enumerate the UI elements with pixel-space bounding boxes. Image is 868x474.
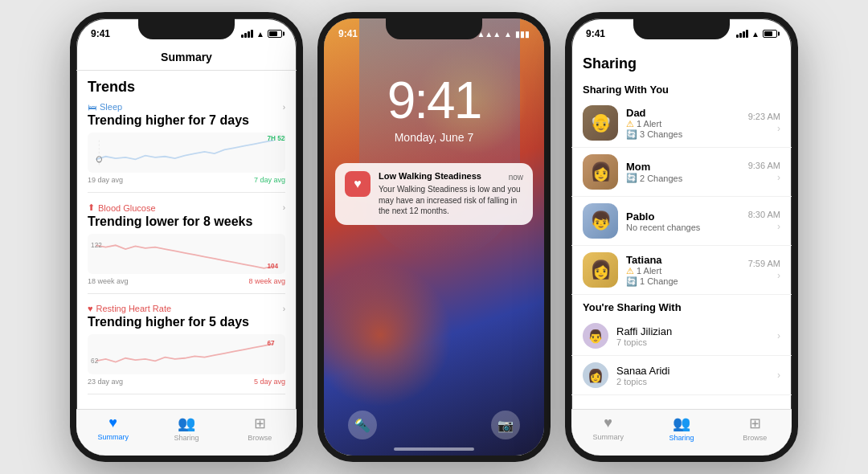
tab-bar-1: ♥ Summary 👥 Sharing ⊞ Browse [76, 409, 297, 456]
contact-status-tatiana-alert: ⚠ 1 Alert [626, 266, 740, 276]
notification-icon: ♥ [345, 171, 371, 197]
pablo-chevron: › [777, 221, 780, 232]
wifi-icon-3: ▲ [751, 30, 760, 39]
blood-trend-title: Trending lower for 8 weeks [88, 215, 285, 229]
sleep-trend-title: Trending higher for 7 days [88, 113, 285, 128]
tab-browse-label: Browse [248, 434, 272, 442]
contact-status-tatiana-changes: 🔄 1 Change [626, 276, 740, 287]
lock-notification[interactable]: ♥ Low Walking Steadiness now Your Walkin… [335, 163, 533, 225]
notch-2 [386, 18, 482, 39]
trends-heading: Trends [88, 79, 285, 96]
camera-icon: 📷 [497, 418, 514, 433]
camera-button[interactable]: 📷 [491, 411, 520, 439]
mom-chevron: › [777, 172, 780, 183]
tab-browse-3[interactable]: ⊞ Browse [719, 415, 792, 442]
heart-icon: ♥ [88, 304, 93, 313]
avatar-dad: 👴 [583, 105, 618, 141]
phone-sharing: 9:41 ▲ Sharing Sharing With You 👴 Dad [565, 12, 798, 462]
avatar-pablo: 👦 [583, 203, 618, 239]
tab-sharing[interactable]: 👥 Sharing [149, 415, 223, 442]
battery-icon-3 [763, 30, 777, 38]
mom-time: 9:36 AM [748, 161, 780, 170]
raffi-topics: 7 topics [616, 337, 769, 347]
notch [138, 18, 235, 39]
changes-icon-tatiana: 🔄 [626, 276, 637, 287]
svg-text:67: 67 [267, 339, 274, 348]
sleep-icon: 🛏 [88, 102, 96, 112]
svg-text:104: 104 [267, 261, 278, 270]
notification-title: Low Walking Steadiness [379, 171, 481, 181]
flashlight-button[interactable]: 🔦 [348, 411, 377, 439]
notification-content: Low Walking Steadiness now Your Walking … [379, 171, 523, 217]
contact-row-dad[interactable]: 👴 Dad ⚠ 1 Alert 🔄 3 Changes 9:23 AM › [571, 99, 792, 148]
contact-info-dad: Dad ⚠ 1 Alert 🔄 3 Changes [626, 107, 740, 140]
tab-sharing-3[interactable]: 👥 Sharing [645, 415, 718, 442]
tab-summary-3[interactable]: ♥ Summary [571, 415, 645, 441]
contact-meta-mom: 9:36 AM › [748, 161, 780, 183]
contact-info-tatiana: Tatiana ⚠ 1 Alert 🔄 1 Change [626, 254, 740, 287]
contact-row-raffi[interactable]: 👨 Raffi Jilizian 7 topics › [571, 317, 792, 356]
battery-icon [268, 30, 282, 38]
blood-sparkline: 122 104 [88, 234, 285, 274]
lock-screen: 9:41 ▲▲▲ ▲ ▮▮▮ 9:41 Monday, June 7 ♥ Low… [324, 18, 544, 456]
contact-meta-tatiana: 7:59 AM › [748, 259, 780, 281]
avatar-raffi: 👨 [583, 323, 608, 349]
lock-status-time: 9:41 [338, 28, 358, 39]
heart-trend-title: Trending higher for 5 days [88, 315, 285, 329]
heart-right-label: 5 day avg [254, 378, 285, 386]
sleep-chart-labels: 19 day avg 7 day avg [88, 176, 285, 184]
tatiana-changes-text: 1 Change [640, 276, 678, 286]
tab-summary[interactable]: ♥ Summary [76, 415, 149, 441]
sharing-tab-icon: 👥 [178, 415, 195, 432]
dad-time: 9:23 AM [748, 112, 780, 121]
contact-row-tatiana[interactable]: 👩 Tatiana ⚠ 1 Alert 🔄 1 Change 7:59 AM › [571, 246, 792, 295]
heart-chevron: › [283, 304, 285, 313]
wifi-icon: ▲ [256, 30, 264, 39]
trend-category-heart[interactable]: ♥ Resting Heart Rate › [88, 304, 285, 313]
flashlight-icon: 🔦 [354, 418, 371, 433]
sleep-chevron: › [283, 103, 285, 112]
tab-browse[interactable]: ⊞ Browse [223, 415, 297, 442]
trend-card-heart: ♥ Resting Heart Rate › Trending higher f… [88, 304, 285, 394]
summary-content: Summary Trends 🛏 Sleep › Trending higher… [76, 46, 297, 456]
lock-bottom-controls: 🔦 📷 [324, 411, 544, 439]
dad-chevron: › [777, 123, 780, 134]
blood-icon: ⬆ [88, 202, 95, 213]
home-indicator [394, 447, 474, 451]
blood-right-label: 8 week avg [248, 277, 285, 285]
dad-changes-text: 3 Changes [640, 129, 682, 139]
blood-chart-labels: 18 week avg 8 week avg [88, 277, 285, 285]
tab-sharing-label-3: Sharing [669, 434, 694, 442]
status-icons-3: ▲ [736, 30, 777, 39]
contact-row-pablo[interactable]: 👦 Pablo No recent changes 8:30 AM › [571, 197, 792, 246]
contact-meta-pablo: 8:30 AM › [748, 210, 780, 232]
tab-sharing-label: Sharing [174, 434, 199, 442]
status-time-3: 9:41 [586, 28, 605, 39]
sanaa-info: Sanaa Aridi 2 topics [616, 365, 769, 386]
lock-status-icons: ▲▲▲ ▲ ▮▮▮ [477, 30, 530, 39]
notification-heart-icon: ♥ [354, 177, 362, 191]
contact-name-tatiana: Tatiana [626, 254, 740, 266]
tatiana-alert-text: 1 Alert [637, 266, 661, 276]
svg-text:62: 62 [91, 356, 98, 365]
raffi-info: Raffi Jilizian 7 topics [616, 325, 769, 347]
summary-tab-icon-3: ♥ [604, 415, 612, 431]
blood-chevron: › [283, 203, 285, 212]
tatiana-chevron: › [777, 270, 780, 281]
contact-row-mom[interactable]: 👩 Mom 🔄 2 Changes 9:36 AM › [571, 148, 792, 197]
contact-row-sanaa[interactable]: 👩 Sanaa Aridi 2 topics › [571, 356, 792, 395]
changes-icon-dad: 🔄 [626, 129, 637, 140]
sleep-chart: 7H 52M [88, 133, 285, 173]
pablo-status-text: No recent changes [626, 223, 700, 232]
phone-lockscreen: 9:41 ▲▲▲ ▲ ▮▮▮ 9:41 Monday, June 7 ♥ Low… [317, 12, 551, 462]
dad-alert-text: 1 Alert [637, 119, 661, 129]
screen-title: Summary [76, 46, 297, 71]
status-time: 9:41 [91, 28, 110, 39]
contact-status-dad-changes: 🔄 3 Changes [626, 129, 740, 140]
trend-category-blood[interactable]: ⬆ Blood Glucose › [88, 202, 285, 213]
trend-category-sleep[interactable]: 🛏 Sleep › [88, 102, 285, 112]
sharing-page-title: Sharing [571, 46, 792, 77]
contact-name-mom: Mom [626, 161, 740, 173]
notch-3 [633, 18, 730, 39]
avatar-sanaa: 👩 [583, 362, 608, 388]
